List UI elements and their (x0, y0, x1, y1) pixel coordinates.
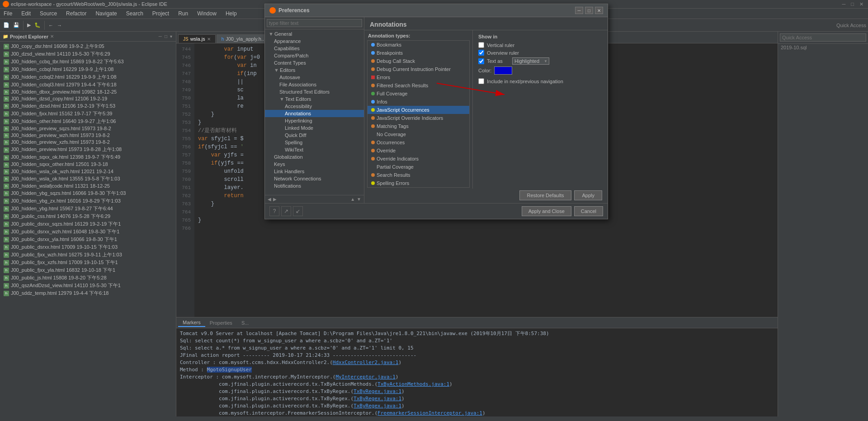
pref-item-appearance[interactable]: Appearance (265, 38, 364, 45)
ann-item-full-coverage[interactable]: Full Coverage (368, 90, 469, 98)
close-btn[interactable]: ✕ (858, 1, 865, 7)
pref-item-accessibility[interactable]: Accessibility (265, 103, 364, 110)
dialog-close[interactable]: ✕ (595, 7, 603, 14)
dialog-maximize[interactable]: □ (585, 7, 593, 14)
ann-item-debug-pointer[interactable]: Debug Current Instruction Pointer (368, 65, 469, 73)
pref-item-autosave[interactable]: Autosave (265, 74, 364, 81)
list-item[interactable]: hJ00_public_fjxx_xzfs.html 17009 19-10-1… (0, 259, 176, 266)
right-file-item[interactable]: 2019-10.sql (778, 44, 868, 51)
list-item[interactable]: hJ00_hidden_ccbql.html 16229 19-9-9 上午1:… (0, 66, 176, 73)
console-link[interactable]: TxByRegex.java:1 (354, 396, 401, 402)
text-as-select[interactable]: Highlighted Box Underline Squiggles (512, 57, 549, 65)
list-item[interactable]: hJ00_hidden_ybg_zx.html 16016 19-8-29 下午… (0, 197, 176, 205)
minimize-panel-btn[interactable]: ─ (158, 33, 163, 39)
list-item[interactable]: hJ00_hidden_ybg_sqzs.html 16066 19-8-30 … (0, 189, 176, 197)
include-nav-checkbox[interactable] (478, 78, 484, 84)
pref-item-annotations[interactable]: Annotations (265, 110, 364, 117)
list-item[interactable]: hJ00_hidden_sqxx_ok.html 12398 19-9-7 下午… (0, 153, 176, 161)
list-item[interactable]: hJ00_hidden_wsla_ok.html 13555 19-5-8 下午… (0, 175, 176, 183)
menu-window[interactable]: Window (195, 9, 218, 18)
menu-edit[interactable]: Edit (19, 9, 33, 18)
list-item[interactable]: hJ00_hidden_preview.html 15973 19-8-28 上… (0, 146, 176, 153)
tab-s[interactable]: S... (237, 319, 254, 326)
toolbar-debug[interactable]: 🐛 (33, 21, 42, 29)
list-item[interactable]: hJ00_hidden_fjxx.html 15162 19-7-17 下午5:… (0, 110, 176, 118)
ann-item-js-override[interactable]: JavaScript Override Indicators (368, 114, 469, 122)
list-item[interactable]: hJ00_hidden_preview_xzfs.html 15973 19-8… (0, 139, 176, 146)
dialog-minimize[interactable]: ─ (575, 7, 583, 14)
list-item[interactable]: hJ00_public_dsrxx_yla.html 16066 19-8-30… (0, 236, 176, 243)
list-item[interactable]: hJ00_hidden_dzsd_copy.html 12106 19-2-19 (0, 95, 176, 102)
tab-properties[interactable]: Properties (205, 319, 237, 326)
list-item[interactable]: hJ00_public_css.html 14076 19-5-28 下午6:2… (0, 213, 176, 220)
pref-item-keys[interactable]: Keys (265, 161, 364, 168)
pref-item-globalization[interactable]: Globalization (265, 153, 364, 161)
menu-search[interactable]: Search (124, 9, 145, 18)
view-menu-btn[interactable]: ▾ (169, 33, 173, 39)
list-item[interactable]: hJ00_public_dsrxx_wzh.html 16048 19-8-30… (0, 228, 176, 236)
minimize-btn[interactable]: ─ (840, 1, 848, 7)
ann-item-filtered-search[interactable]: Filtered Search Results (368, 81, 469, 90)
pref-item-editors[interactable]: ▼ Editors (265, 66, 364, 74)
pref-item-hyperlinking[interactable]: Hyperlinking (265, 117, 364, 124)
menu-source[interactable]: Source (38, 9, 59, 18)
console-link[interactable]: TxByRegex.java:1 (354, 403, 401, 409)
list-item[interactable]: hJ00_public_js.html 15808 19-8-20 下午5:28 (0, 274, 176, 282)
annotation-list[interactable]: Bookmarks Breakpoints Debug Call Stack (367, 40, 470, 188)
tree-back-btn[interactable]: ◀ (267, 196, 272, 202)
menu-run[interactable]: Run (176, 9, 190, 18)
toolbar-new[interactable]: 📄 (2, 21, 11, 29)
cancel-button[interactable]: Cancel (574, 206, 603, 216)
ann-item-occurrences[interactable]: Occurrences (368, 138, 469, 147)
project-explorer-close[interactable]: ✕ (50, 34, 54, 39)
apply-and-close-button[interactable]: Apply and Close (522, 206, 571, 216)
ann-item-debug-callstack[interactable]: Debug Call Stack (368, 57, 469, 65)
menu-file[interactable]: File (2, 9, 14, 18)
pref-item-linked-mode[interactable]: Linked Mode (265, 124, 364, 132)
pref-item-quick-diff[interactable]: Quick Diff (265, 132, 364, 139)
ann-item-bookmarks[interactable]: Bookmarks (368, 41, 469, 49)
toolbar-forward[interactable]: → (56, 22, 63, 29)
console-link[interactable]: MyInterceptor.java:1 (335, 374, 395, 380)
ann-item-errors[interactable]: Errors (368, 73, 469, 81)
menu-refactor[interactable]: Refactor (64, 9, 88, 18)
quick-access-input[interactable] (780, 33, 866, 42)
color-swatch[interactable] (494, 66, 512, 75)
ann-item-no-coverage[interactable]: No Coverage (368, 130, 469, 138)
ann-item-spelling-errors[interactable]: Spelling Errors (368, 179, 469, 187)
pref-item-struct-text[interactable]: Structured Text Editors (265, 88, 364, 95)
pref-item-file-assoc[interactable]: File Associations (265, 81, 364, 88)
ann-item-override[interactable]: Override (368, 147, 469, 155)
pref-filter-input[interactable] (267, 19, 362, 27)
list-item[interactable]: hJ00_hidden_preview_sqzs.html 15973 19-8… (0, 125, 176, 132)
ann-item-breakpoints[interactable]: Breakpoints (368, 49, 469, 57)
list-item[interactable]: hJ00_hidden_preview_wzh.html 15973 19-8-… (0, 132, 176, 139)
restore-defaults-button[interactable]: Restore Defaults (519, 190, 572, 200)
list-item[interactable]: hJ00_copy_dsr.html 16068 19-9-2 上午9:05 (0, 43, 176, 50)
tree-scroll-down[interactable]: ▼ (356, 196, 362, 202)
tree-forward-btn[interactable]: ▶ (272, 196, 278, 202)
toolbar-back[interactable]: ← (47, 22, 55, 29)
list-item[interactable]: hJ00_hidden_ccbql2.html 16229 19-9-9 上午1… (0, 73, 176, 81)
list-item[interactable]: hJ00_hidden_ccbql3.html 12979 19-4-4 下午6… (0, 81, 176, 89)
maximize-btn[interactable]: □ (849, 1, 856, 7)
list-item[interactable]: hJ00_hidden_ccbq_tbr.html 15869 19-8-22 … (0, 58, 176, 66)
console-link[interactable]: HdxxController2.java:1 (333, 360, 399, 365)
list-item[interactable]: hJ00_public_dsrxx.html 17009 19-10-15 下午… (0, 243, 176, 251)
toolbar-save[interactable]: 💾 (12, 21, 21, 29)
pref-item-wikitext[interactable]: WikiText (265, 146, 364, 153)
pref-item-text-editors[interactable]: ▼ Text Editors (265, 95, 364, 103)
ann-item-partial-coverage[interactable]: Partial Coverage (368, 163, 469, 171)
list-item[interactable]: hJ00_hidden_sqxx_other.html 12501 19-3-1… (0, 161, 176, 168)
list-item[interactable]: hJ00_hidden_dzsd.html 12106 19-2-19 下午1:… (0, 102, 176, 110)
list-item[interactable]: hJ00_hidden_wsla_ok_wzh.html 12021 19-2-… (0, 168, 176, 175)
menu-help[interactable]: Help (224, 9, 239, 18)
toolbar-run[interactable]: ▶ (26, 21, 32, 29)
list-item[interactable]: hJ00_qszAndDzsd_view.html 14110 19-5-30 … (0, 282, 176, 289)
footer-export-btn[interactable]: ↗ (281, 206, 291, 216)
pref-item-compare[interactable]: Compare/Patch (265, 52, 364, 59)
pref-item-spelling[interactable]: Spelling (265, 139, 364, 146)
list-item[interactable]: hJ00_public_fjxx_yla.html 16832 19-10-18… (0, 266, 176, 274)
ann-item-search-results[interactable]: Search Results (368, 171, 469, 179)
list-item[interactable]: hJ00_dzsd_view.html 14110 19-5-30 下午6:29 (0, 50, 176, 58)
